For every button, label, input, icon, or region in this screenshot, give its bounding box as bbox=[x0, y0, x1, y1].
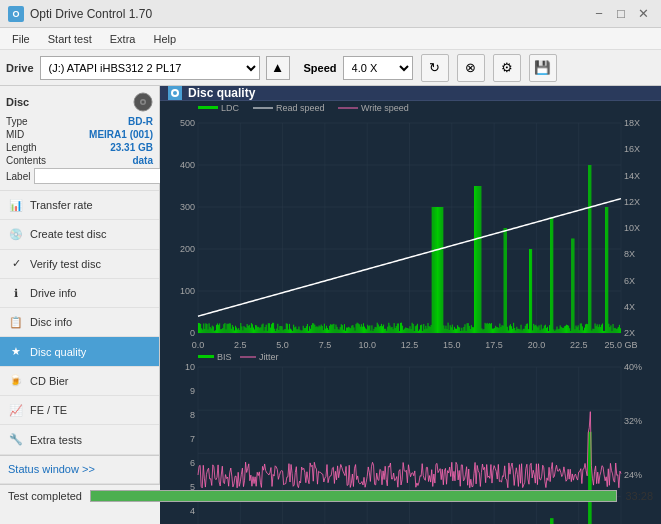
speed-select[interactable]: 4.0 X bbox=[343, 56, 413, 80]
drive-info-icon: ℹ bbox=[8, 285, 24, 301]
nav-fe-te[interactable]: 📈 FE / TE bbox=[0, 396, 159, 425]
speed-label: Speed bbox=[304, 62, 337, 74]
progress-bar-fill bbox=[91, 491, 616, 501]
disc-type-value: BD-R bbox=[128, 116, 153, 127]
charts-area bbox=[160, 101, 661, 524]
status-window-label: Status window >> bbox=[8, 463, 95, 475]
chart-header: Disc quality bbox=[160, 86, 661, 101]
menu-help[interactable]: Help bbox=[145, 31, 184, 47]
disc-icon bbox=[133, 92, 153, 112]
disc-contents-label: Contents bbox=[6, 155, 46, 166]
nav-drive-info[interactable]: ℹ Drive info bbox=[0, 279, 159, 308]
disc-section: Disc Type BD-R MID MEIRA1 (001) Length 2… bbox=[0, 86, 159, 191]
minimize-button[interactable]: − bbox=[589, 5, 609, 23]
nav-verify-test-disc[interactable]: ✓ Verify test disc bbox=[0, 250, 159, 279]
drive-label: Drive bbox=[6, 62, 34, 74]
app-icon: O bbox=[8, 6, 24, 22]
nav-cd-bier-label: CD Bier bbox=[30, 375, 69, 387]
maximize-button[interactable]: □ bbox=[611, 5, 631, 23]
progress-bar bbox=[90, 490, 617, 502]
fe-te-icon: 📈 bbox=[8, 402, 24, 418]
disc-label-row: Label ✎ bbox=[6, 168, 153, 184]
chart-title: Disc quality bbox=[188, 86, 255, 100]
extra-tests-icon: 🔧 bbox=[8, 432, 24, 448]
disc-label-label: Label bbox=[6, 171, 30, 182]
close-button[interactable]: ✕ bbox=[633, 5, 653, 23]
chart-header-icon bbox=[168, 86, 182, 100]
disc-length-label: Length bbox=[6, 142, 37, 153]
nav-create-test-disc-label: Create test disc bbox=[30, 228, 106, 240]
create-test-disc-icon: 💿 bbox=[8, 226, 24, 242]
titlebar-controls: − □ ✕ bbox=[589, 5, 653, 23]
right-panel: Disc quality LDC BIS bbox=[160, 86, 661, 484]
menu-start-test[interactable]: Start test bbox=[40, 31, 100, 47]
settings-button[interactable]: ⚙ bbox=[493, 54, 521, 82]
nav-extra-tests-label: Extra tests bbox=[30, 434, 82, 446]
upper-chart bbox=[160, 101, 661, 351]
disc-type-row: Type BD-R bbox=[6, 116, 153, 127]
transfer-rate-icon: 📊 bbox=[8, 197, 24, 213]
disc-section-label: Disc bbox=[6, 96, 29, 108]
titlebar: O Opti Drive Control 1.70 − □ ✕ bbox=[0, 0, 661, 28]
disc-contents-row: Contents data bbox=[6, 155, 153, 166]
left-panel: Disc Type BD-R MID MEIRA1 (001) Length 2… bbox=[0, 86, 160, 484]
drive-select[interactable]: (J:) ATAPI iHBS312 2 PL17 bbox=[40, 56, 260, 80]
nav-disc-quality-label: Disc quality bbox=[30, 346, 86, 358]
disc-info-icon: 📋 bbox=[8, 314, 24, 330]
save-button[interactable]: 💾 bbox=[529, 54, 557, 82]
main-content: Disc Type BD-R MID MEIRA1 (001) Length 2… bbox=[0, 86, 661, 484]
status-text: Test completed bbox=[8, 490, 82, 502]
status-time: 33:28 bbox=[625, 490, 653, 502]
app-title: Opti Drive Control 1.70 bbox=[30, 7, 152, 21]
drivebar: Drive (J:) ATAPI iHBS312 2 PL17 ▲ Speed … bbox=[0, 50, 661, 86]
disc-header: Disc bbox=[6, 92, 153, 112]
status-window-button[interactable]: Status window >> bbox=[0, 455, 159, 484]
eject-button[interactable]: ▲ bbox=[266, 56, 290, 80]
verify-test-disc-icon: ✓ bbox=[8, 256, 24, 272]
svg-point-2 bbox=[142, 101, 145, 104]
titlebar-left: O Opti Drive Control 1.70 bbox=[8, 6, 152, 22]
menu-extra[interactable]: Extra bbox=[102, 31, 144, 47]
erase-button[interactable]: ⊗ bbox=[457, 54, 485, 82]
nav-verify-test-disc-label: Verify test disc bbox=[30, 258, 101, 270]
disc-length-row: Length 23.31 GB bbox=[6, 142, 153, 153]
disc-quality-icon: ★ bbox=[8, 344, 24, 360]
nav-disc-info-label: Disc info bbox=[30, 316, 72, 328]
cd-bier-icon: 🍺 bbox=[8, 373, 24, 389]
nav-transfer-rate-label: Transfer rate bbox=[30, 199, 93, 211]
disc-contents-value: data bbox=[132, 155, 153, 166]
disc-length-value: 23.31 GB bbox=[110, 142, 153, 153]
nav-disc-info[interactable]: 📋 Disc info bbox=[0, 308, 159, 337]
nav-create-test-disc[interactable]: 💿 Create test disc bbox=[0, 220, 159, 249]
nav-drive-info-label: Drive info bbox=[30, 287, 76, 299]
nav-disc-quality[interactable]: ★ Disc quality bbox=[0, 337, 159, 366]
menubar: File Start test Extra Help bbox=[0, 28, 661, 50]
disc-mid-value: MEIRA1 (001) bbox=[89, 129, 153, 140]
disc-mid-label: MID bbox=[6, 129, 24, 140]
svg-point-4 bbox=[173, 91, 177, 95]
nav-extra-tests[interactable]: 🔧 Extra tests bbox=[0, 425, 159, 454]
disc-type-label: Type bbox=[6, 116, 28, 127]
refresh-button[interactable]: ↻ bbox=[421, 54, 449, 82]
menu-file[interactable]: File bbox=[4, 31, 38, 47]
nav-cd-bier[interactable]: 🍺 CD Bier bbox=[0, 367, 159, 396]
nav-transfer-rate[interactable]: 📊 Transfer rate bbox=[0, 191, 159, 220]
nav-fe-te-label: FE / TE bbox=[30, 404, 67, 416]
disc-mid-row: MID MEIRA1 (001) bbox=[6, 129, 153, 140]
disc-label-input[interactable] bbox=[34, 168, 167, 184]
